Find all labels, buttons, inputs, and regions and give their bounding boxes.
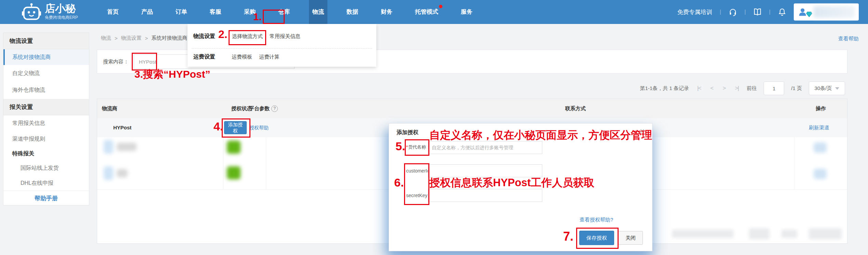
auth-toggle-blurred bbox=[227, 166, 241, 179]
menu-item-choose-shipping-method[interactable]: 选择物流方式 bbox=[232, 33, 263, 40]
nav-item-purchasing[interactable]: 采购 bbox=[241, 0, 259, 24]
bell-icon[interactable] bbox=[778, 8, 786, 16]
sidebar-item-dhl-online-declare[interactable]: DHL在线申报 bbox=[3, 175, 89, 191]
sidebar-section-special-customs: 特殊报关 bbox=[3, 146, 89, 161]
breadcrumb: 物流 > 物流设置 > 系统对接物流商 bbox=[101, 35, 187, 41]
action-link-blurred bbox=[814, 142, 827, 153]
logo[interactable]: 店小秘 免费跨境电商ERP bbox=[22, 3, 78, 21]
forwarder-name-label-text: 货代名称： bbox=[408, 144, 430, 150]
bottom-pagination-blurred bbox=[809, 228, 842, 239]
breadcrumb-separator: > bbox=[145, 35, 148, 41]
breadcrumb-logistics[interactable]: 物流 bbox=[101, 35, 111, 41]
col-header-auth-status: 授权状态 bbox=[231, 99, 252, 118]
sidebar-help-manual-link[interactable]: 帮助手册 bbox=[3, 191, 89, 206]
dropdown-group-freight-settings: 运费设置 运费模板 运费计算 bbox=[187, 47, 376, 67]
prev-page-icon[interactable]: < bbox=[709, 85, 714, 92]
nav-item-data[interactable]: 数据 bbox=[343, 0, 362, 24]
nav-item-home[interactable]: 首页 bbox=[104, 0, 122, 24]
sidebar-item-overseas-warehouse[interactable]: 海外仓库物流 bbox=[3, 81, 89, 99]
nav-item-warehouse[interactable]: 仓库 bbox=[275, 0, 293, 24]
modal-title: 添加授权 bbox=[397, 129, 418, 136]
sidebar-item-intl-site-shipping[interactable]: 国际站线上发货 bbox=[3, 161, 89, 175]
col-header-carrier: 物流商 bbox=[102, 99, 117, 118]
auth-toggle-blurred bbox=[227, 141, 241, 154]
nav-item-managed-mode-label: 托管模式 bbox=[415, 9, 438, 15]
action-link-blurred bbox=[814, 169, 827, 179]
column-divider bbox=[794, 137, 794, 189]
logo-subtitle: 免费跨境电商ERP bbox=[45, 15, 78, 21]
dropdown-group-logistics-settings: 物流设置 选择物流方式 常用报关信息 bbox=[187, 26, 376, 47]
forwarder-name-label: *货代名称： bbox=[406, 144, 428, 150]
robot-logo-icon bbox=[22, 3, 41, 21]
nav-item-service[interactable]: 客服 bbox=[206, 0, 225, 24]
platform-params-label: 平台参数 bbox=[249, 105, 270, 111]
sidebar-item-customs-info[interactable]: 常用报关信息 bbox=[3, 115, 89, 131]
sidebar-section-customs-settings: 报关设置 bbox=[3, 99, 89, 115]
carrier-logo-blurred bbox=[104, 166, 113, 180]
goto-page-label: 前往 bbox=[747, 85, 757, 92]
nav-item-orders[interactable]: 订单 bbox=[172, 0, 191, 24]
training-link[interactable]: 免费专属培训 bbox=[677, 8, 712, 16]
separator: | bbox=[744, 9, 746, 15]
last-page-icon[interactable]: >| bbox=[734, 85, 740, 92]
chevron-down-icon bbox=[835, 87, 839, 90]
save-auth-button[interactable]: 保存授权 bbox=[579, 231, 614, 245]
pagination-summary: 第1-1条，共 1 条记录 bbox=[640, 85, 689, 92]
nav-item-logistics[interactable]: 物流 bbox=[309, 0, 327, 24]
view-help-link[interactable]: 查看帮助 bbox=[838, 36, 859, 42]
required-asterisk: * bbox=[406, 144, 408, 150]
page-size-value: 30条/页 bbox=[815, 85, 832, 92]
forwarder-name-input[interactable] bbox=[428, 141, 542, 154]
username-blurred bbox=[814, 6, 855, 18]
customer-id-label: customerId： bbox=[406, 168, 428, 174]
col-header-contact: 联系方式 bbox=[565, 99, 586, 118]
customer-id-input[interactable] bbox=[428, 164, 542, 177]
carrier-name-blurred bbox=[117, 143, 137, 151]
page-number-input[interactable] bbox=[764, 81, 784, 95]
sidebar-item-custom-logistics[interactable]: 自定义物流 bbox=[3, 65, 89, 81]
logistics-dropdown-menu: 物流设置 选择物流方式 常用报关信息 运费设置 运费模板 运费计算 bbox=[187, 24, 376, 67]
nav-item-finance[interactable]: 财务 bbox=[377, 0, 396, 24]
close-icon[interactable]: × bbox=[640, 126, 645, 136]
nav-item-products[interactable]: 产品 bbox=[138, 0, 156, 24]
menu-item-freight-calc[interactable]: 运费计算 bbox=[259, 54, 280, 60]
close-button[interactable]: 关闭 bbox=[618, 231, 643, 245]
sidebar-item-system-carriers[interactable]: 系统对接物流商 bbox=[3, 49, 89, 65]
col-header-actions: 操作 bbox=[816, 99, 826, 118]
dropdown-group-label: 物流设置 bbox=[193, 33, 224, 40]
sidebar-section-logistics-settings: 物流设置 bbox=[3, 33, 89, 49]
app-root: 店小秘 免费跨境电商ERP 首页 产品 订单 客服 采购 仓库 物流 数据 财务… bbox=[0, 0, 868, 255]
auth-help-link-modal[interactable]: 查看授权帮助? bbox=[580, 217, 613, 223]
nav-item-services[interactable]: 服务 bbox=[457, 0, 476, 24]
add-auth-button[interactable]: 添加授权 bbox=[224, 121, 247, 134]
dropdown-group-label: 运费设置 bbox=[193, 53, 224, 61]
notification-dot bbox=[439, 5, 442, 8]
table-header-row: 物流商 授权状态 平台参数? 联系方式 操作 bbox=[97, 99, 847, 118]
headset-icon[interactable] bbox=[729, 8, 737, 16]
carrier-name-blurred bbox=[117, 169, 128, 177]
column-divider bbox=[223, 137, 223, 189]
breadcrumb-logistics-settings[interactable]: 物流设置 bbox=[121, 35, 142, 41]
auth-help-link[interactable]: 授权帮助 bbox=[249, 118, 269, 137]
secret-key-input[interactable] bbox=[428, 189, 542, 202]
top-nav-bar: 店小秘 免费跨境电商ERP 首页 产品 订单 客服 采购 仓库 物流 数据 财务… bbox=[0, 0, 868, 24]
sidebar-item-channel-declare-rules[interactable]: 渠道申报规则 bbox=[3, 131, 89, 146]
first-page-icon[interactable]: |< bbox=[696, 85, 702, 92]
col-header-platform-params: 平台参数? bbox=[249, 99, 278, 118]
book-icon[interactable] bbox=[753, 8, 762, 16]
carrier-logo-blurred bbox=[104, 140, 113, 154]
nav-menu: 首页 产品 订单 客服 采购 仓库 物流 数据 财务 托管模式 服务 bbox=[104, 0, 476, 24]
sidebar: 物流设置 系统对接物流商 自定义物流 海外仓库物流 报关设置 常用报关信息 渠道… bbox=[3, 33, 89, 205]
nav-item-managed-mode[interactable]: 托管模式 bbox=[412, 0, 442, 24]
next-page-icon[interactable]: > bbox=[721, 85, 727, 92]
logo-title: 店小秘 bbox=[45, 3, 78, 14]
diamond-icon bbox=[806, 12, 812, 17]
menu-item-freight-template[interactable]: 运费模板 bbox=[232, 54, 252, 60]
page-size-select[interactable]: 30条/页 bbox=[809, 81, 845, 95]
user-account-box[interactable] bbox=[794, 3, 859, 21]
bottom-pagination-blurred bbox=[672, 230, 734, 238]
refresh-channels-link[interactable]: 刷新渠道 bbox=[809, 118, 829, 137]
secret-key-label: secretKey： bbox=[406, 193, 428, 199]
help-icon[interactable]: ? bbox=[271, 105, 278, 112]
menu-item-customs-info[interactable]: 常用报关信息 bbox=[270, 33, 300, 40]
